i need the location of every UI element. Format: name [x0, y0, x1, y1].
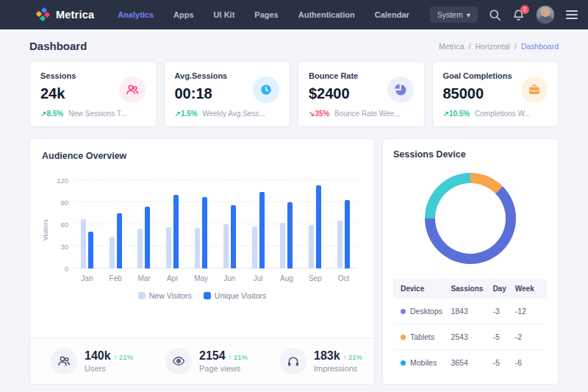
group-icon — [126, 83, 139, 96]
bar-group-jul — [244, 177, 273, 268]
stat-title: Bounce Rate — [309, 71, 358, 80]
clock-icon — [259, 83, 273, 96]
stat-title: Goal Completions — [443, 71, 512, 80]
nav-item-apps[interactable]: Apps — [173, 10, 194, 19]
bar-new-visitors — [137, 229, 143, 268]
sessions-device-title: Sessions Device — [393, 149, 548, 160]
trend-up-icon: ↗ — [175, 110, 181, 118]
table-row: Tablets 2543 -5 -2 — [393, 324, 548, 350]
bar-group-jun — [215, 177, 244, 268]
pie-chart-icon — [394, 83, 407, 96]
y-tick-label: 90 — [52, 199, 68, 207]
bar-new-visitors — [280, 223, 285, 268]
x-tick-label: Sep — [301, 274, 329, 282]
bar-new-visitors — [195, 228, 200, 268]
bar-new-visitors — [166, 227, 171, 268]
bar-new-visitors — [309, 225, 314, 268]
bar-group-jan — [73, 177, 101, 268]
y-tick-label: 120 — [52, 177, 68, 185]
stat-trend: ↗1.5% Weekly Avg.Sess... — [175, 110, 280, 118]
stat-icon-wrap — [253, 76, 279, 103]
breadcrumb-horizontal[interactable]: Horizontal — [475, 42, 509, 51]
stat-icon-wrap — [387, 76, 414, 103]
topbar: Metrica Analytics Apps UI Kit Pages Auth… — [0, 0, 588, 29]
stat-card-sessions: Sessions 24k ↗8.5% New Sessions T... — [29, 61, 157, 127]
page-header: Dashboard Metrica / Horizontal / Dashboa… — [0, 29, 588, 61]
stat-title: Avg.Sessions — [175, 71, 228, 80]
headphones-icon — [280, 348, 306, 374]
x-tick-label: Aug — [273, 274, 301, 282]
table-row: Mobiles 3654 -5 -6 — [393, 350, 548, 375]
x-axis-labels: JanFebMarAprMayJunJulAugSepOct — [73, 274, 358, 282]
tablets-dot-icon — [401, 335, 406, 340]
bar-chart-plot: 0306090120 — [73, 177, 358, 268]
table-row: Desktops 1843 -3 -12 — [393, 299, 548, 324]
bar-group-sep — [301, 177, 329, 268]
stat-cards-row: Sessions 24k ↗8.5% New Sessions T... Avg… — [0, 61, 588, 127]
breadcrumb-current: Dashboard — [521, 42, 559, 51]
nav-item-analytics[interactable]: Analytics — [118, 10, 154, 19]
bar-unique-visitors — [287, 202, 293, 268]
x-tick-label: Jun — [215, 274, 244, 282]
y-tick-label: 60 — [52, 221, 68, 229]
main-nav: Analytics Apps UI Kit Pages Authenticati… — [118, 10, 409, 19]
audience-footer-stats: 140k↑ 21% Users 2154↑ 21% Page views 1 — [30, 338, 374, 384]
bar-new-visitors — [110, 237, 115, 268]
notification-badge: 2 — [520, 5, 529, 14]
legend-unique-visitors[interactable]: Unique Visitors — [204, 291, 266, 300]
x-tick-label: Mar — [130, 274, 159, 282]
footer-stat-page-views: 2154↑ 21% Page views — [145, 348, 259, 374]
audience-overview-title: Audience Overview — [42, 151, 362, 161]
bar-group-may — [187, 177, 215, 268]
mobiles-dot-icon — [401, 360, 406, 366]
stat-trend: ↘35% Bounce Rate Wee... — [309, 110, 414, 118]
bar-new-visitors — [337, 221, 343, 268]
breadcrumb-separator: / — [469, 42, 471, 51]
delta-badge: ↑ 21% — [343, 353, 362, 361]
stat-icon-wrap — [119, 76, 146, 103]
stat-card-bounce-rate: Bounce Rate $2400 ↘35% Bounce Rate Wee..… — [298, 61, 425, 127]
group-icon — [51, 348, 77, 374]
page-title: Dashboard — [29, 40, 87, 52]
search-icon — [489, 9, 501, 21]
legend-new-visitors[interactable]: New Visitors — [138, 291, 192, 300]
chevron-down-icon: ▾ — [467, 10, 470, 19]
user-avatar[interactable] — [536, 5, 555, 24]
metrica-logo-icon — [37, 8, 50, 21]
breadcrumb: Metrica / Horizontal / Dashboard — [439, 42, 559, 51]
delta-badge: ↑ 21% — [229, 353, 248, 361]
bar-unique-visitors — [173, 195, 179, 268]
bar-group-apr — [158, 177, 187, 268]
stat-value: 85000 — [443, 85, 512, 102]
menu-toggle-icon[interactable] — [566, 10, 578, 19]
system-dropdown-label: System — [437, 10, 463, 19]
notifications-button[interactable]: 2 — [512, 9, 525, 21]
system-dropdown[interactable]: System ▾ — [430, 7, 478, 23]
nav-item-pages[interactable]: Pages — [254, 10, 278, 19]
nav-item-calendar[interactable]: Calendar — [375, 10, 409, 19]
breadcrumb-separator: / — [514, 42, 517, 51]
stat-trend: ↗8.5% New Sessions T... — [40, 110, 146, 118]
x-tick-label: Feb — [101, 274, 130, 282]
sessions-device-donut — [425, 173, 516, 264]
stat-card-goal-completions: Goal Completions 85000 ↗10.5% Completion… — [432, 61, 559, 127]
brand[interactable]: Metrica — [37, 8, 94, 21]
stat-trend: ↗10.5% Completions W... — [443, 110, 548, 118]
nav-item-authentication[interactable]: Authentication — [298, 10, 355, 19]
stat-title: Sessions — [40, 71, 76, 80]
stat-value: $2400 — [309, 85, 358, 102]
bar-unique-visitors — [345, 200, 350, 268]
legend-swatch-icon — [204, 292, 211, 299]
audience-overview-chart: Visitors 0306090120 JanFebMarAprMayJunJu… — [42, 177, 362, 282]
breadcrumb-metrica[interactable]: Metrica — [439, 42, 464, 51]
bar-unique-visitors — [231, 205, 236, 268]
audience-legend: New VisitorsUnique Visitors — [42, 291, 362, 300]
bar-new-visitors — [81, 219, 86, 268]
bar-group-aug — [273, 177, 301, 268]
nav-item-ui-kit[interactable]: UI Kit — [214, 10, 235, 19]
sessions-device-table: Device Sassions Day Week Desktops 1843 -… — [393, 279, 548, 375]
y-tick-label: 0 — [52, 265, 68, 273]
bar-new-visitors — [252, 227, 257, 268]
x-tick-label: Oct — [329, 274, 358, 282]
search-button[interactable] — [489, 9, 501, 21]
